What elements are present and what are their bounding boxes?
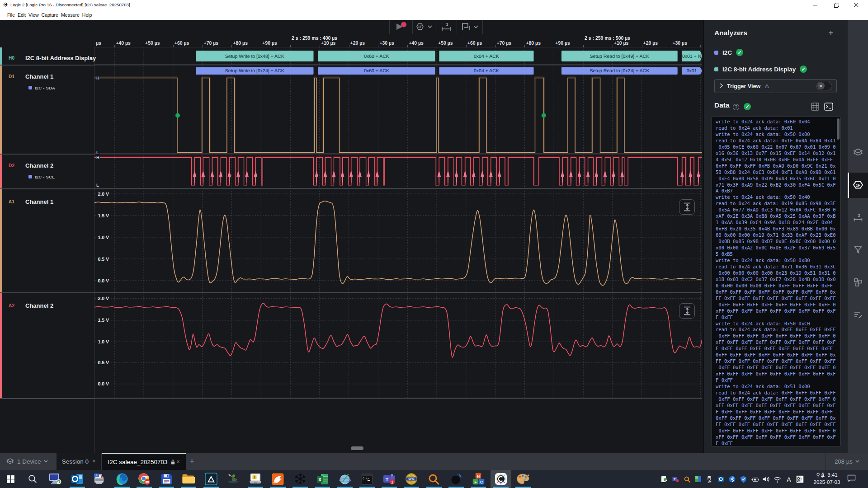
taskbar-app-paint-palette-icon[interactable]	[516, 472, 530, 486]
tray-wifi-icon[interactable]	[774, 475, 781, 483]
taskbar-app-teams-icon[interactable]: T1	[382, 472, 396, 486]
channel-sub-d1[interactable]: I2C - SDA	[35, 85, 55, 90]
window-restore-button[interactable]	[830, 0, 843, 10]
timespan-selector[interactable]: 208 µs	[826, 453, 868, 470]
taskbar-app-snowflake-icon[interactable]	[293, 472, 307, 486]
taskbar-app-start-icon[interactable]	[3, 472, 18, 486]
tab-i2c-saleae-20250703[interactable]: I2C saleae_20250703 ×	[102, 453, 186, 470]
i2c-annotation[interactable]: 0x04 + ACK	[439, 67, 533, 75]
i2c-annotation[interactable]: 0x60 + ACK	[318, 67, 435, 75]
measurements-button[interactable]: 3	[435, 20, 457, 34]
taskbar-app-hancom-icon[interactable]: HFC	[471, 472, 486, 486]
taskbar-app-cfg-tool-icon[interactable]: CFG	[404, 472, 419, 486]
tray-teams-tray-icon[interactable]: T	[672, 475, 679, 483]
taskbar-app-thunderbird-icon[interactable]	[271, 472, 285, 486]
chevron-right-icon[interactable]	[720, 83, 723, 88]
i2c-annotation[interactable]: Setup Read to [0x24] + ACK	[561, 67, 678, 75]
tray-defender-shield-icon[interactable]	[740, 475, 747, 483]
menu-measure[interactable]: Measure	[60, 11, 81, 19]
taskbar-app-edge-icon[interactable]	[115, 472, 129, 486]
tray-usb-eject-icon[interactable]	[706, 475, 713, 483]
menu-capture[interactable]: Capture	[40, 11, 60, 19]
channel-name-a2[interactable]: Channel 2	[25, 302, 53, 309]
taskbar-app-search-icon[interactable]	[25, 472, 40, 486]
i2c-annotation[interactable]: Setup Write to [0x48] + ACK	[196, 51, 314, 61]
scale-to-fit-button-a1[interactable]	[679, 199, 695, 215]
taskbar-clock[interactable]: 3:41 2025-07-03	[811, 471, 842, 487]
menu-help[interactable]: Help	[81, 11, 94, 19]
taskbar-app-cmd-icon[interactable]: C:\>	[360, 472, 374, 486]
taskbar-app-excel-icon[interactable]: X	[315, 472, 330, 486]
tray-outlook-tray-icon[interactable]	[717, 475, 725, 483]
tray-doc-shield-icon[interactable]	[660, 475, 668, 483]
i2c-annotation[interactable]: 0x04 + ACK	[439, 51, 533, 61]
tray-ime-a-icon[interactable]: A	[785, 475, 793, 483]
data-table-view-button[interactable]	[811, 103, 819, 111]
tray-vbox-icon[interactable]	[694, 475, 702, 483]
add-analyzer-button[interactable]: +	[828, 29, 834, 37]
taskbar-app-search-orange-icon[interactable]	[427, 472, 441, 486]
i2c-annotation[interactable]: 0x01	[682, 67, 702, 75]
close-tab-icon[interactable]: ×	[92, 458, 95, 465]
extensions-panel-button[interactable]	[848, 272, 868, 292]
channel-name-h0[interactable]: I2C 8-bit Address Display	[25, 55, 96, 61]
tray-search-tray-icon[interactable]	[683, 475, 691, 483]
device-selector[interactable]: 1 Device	[6, 453, 48, 470]
tray-bluetooth-icon[interactable]	[728, 475, 736, 483]
taskbar-app-pc-remote-icon[interactable]	[48, 472, 62, 486]
notes-panel-button[interactable]	[848, 305, 868, 325]
channel-sub-d2[interactable]: I2C - SCL	[35, 174, 55, 179]
tab-session-0[interactable]: Session 0 ×	[57, 453, 101, 470]
taskbar-app-altium-icon[interactable]	[204, 472, 218, 486]
analyzer-item-i2c[interactable]: I2C ✓	[714, 49, 743, 56]
taskbar-app-t-terminal-icon[interactable]: T	[248, 472, 263, 486]
trigger-view-panel[interactable]: Trigger View ⚠ ×	[714, 79, 837, 93]
i2c-annotation[interactable]: Setup Write to [0x24] + ACK	[196, 67, 314, 75]
capture-start-button[interactable]	[390, 20, 413, 34]
channel-name-a1[interactable]: Channel 1	[25, 198, 53, 205]
capture-panel-button[interactable]	[848, 142, 868, 162]
taskbar-app-fax-printer-icon[interactable]: B	[92, 472, 107, 486]
scale-to-fit-button-a2[interactable]	[679, 303, 695, 319]
i2c-annotation[interactable]: 0x01 + N	[682, 51, 702, 61]
trigger-view-toggle[interactable]: ×	[816, 82, 832, 90]
taskbar-app-folder-icon[interactable]	[181, 472, 196, 486]
tray-ime-han-icon[interactable]	[796, 475, 804, 483]
analyzers-panel-button[interactable]: 1F	[848, 175, 868, 195]
menu-view[interactable]: View	[27, 11, 40, 19]
taskbar-app-floppy-save-icon[interactable]	[159, 472, 174, 486]
tray-speaker-icon[interactable]	[762, 475, 770, 483]
help-icon[interactable]: ?	[733, 104, 739, 110]
channel-name-d2[interactable]: Channel 2	[25, 162, 53, 169]
measurements-panel-button[interactable]: 3	[848, 207, 868, 227]
channel-name-d1[interactable]: Channel 1	[25, 73, 53, 80]
device-settings-button[interactable]: 1F	[413, 20, 435, 34]
taskbar-app-logic2-icon[interactable]	[494, 472, 508, 486]
timing-markers-button[interactable]	[457, 20, 482, 34]
menu-file[interactable]: File	[6, 11, 16, 19]
taskbar-app-globe-ide-icon[interactable]	[338, 472, 352, 486]
taskbar-app-outlook-icon[interactable]	[70, 472, 85, 486]
timeline-ruler[interactable]: +30 µs+40 µs+50 µs+60 µs+70 µs+80 µs+90 …	[94, 36, 702, 47]
analyzer-item-i2c-8bit[interactable]: I2C 8-bit Address Display ✓	[714, 66, 807, 73]
taskbar-app-kayak-icon[interactable]	[226, 472, 241, 486]
i2c-annotation[interactable]: 0x60 + ACK	[318, 51, 435, 61]
terminal-scrollbar-thumb[interactable]	[837, 118, 840, 140]
filter-panel-button[interactable]	[848, 240, 868, 260]
taskbar-app-chrome-icon[interactable]	[137, 472, 151, 486]
data-terminal[interactable]: write to 0x24 ack data: 0x60 0x04 read t…	[712, 117, 841, 446]
waveform-plot[interactable]: 2.0 V1.5 V1.0 V0.5 V0.0 V2.0 V1.5 V1.0 V…	[94, 47, 702, 453]
window-minimize-button[interactable]	[809, 0, 822, 10]
notifications-icon[interactable]	[847, 474, 856, 482]
horizontal-scrollbar-thumb[interactable]	[351, 446, 363, 450]
menu-edit[interactable]: Edit	[16, 11, 27, 19]
taskbar-app-sphere-cam-icon[interactable]	[449, 472, 463, 486]
close-tab-icon[interactable]: ×	[177, 459, 180, 465]
analyzer-enabled-check-icon[interactable]: ✓	[736, 49, 743, 56]
data-terminal-view-button[interactable]	[824, 103, 833, 111]
new-tab-button[interactable]: +	[189, 453, 194, 470]
i2c-annotation[interactable]: Setup Read to [0x49] + ACK	[561, 51, 678, 61]
analyzer-enabled-check-icon[interactable]: ✓	[800, 66, 807, 73]
window-close-button[interactable]	[849, 0, 863, 10]
tray-power-plug-icon[interactable]	[751, 475, 759, 483]
